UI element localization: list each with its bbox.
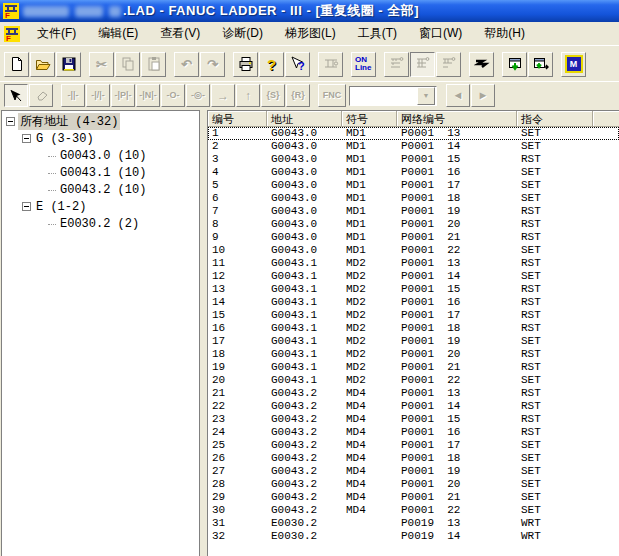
table-row[interactable]: 3G0043.0MD1P0001 15RST: [208, 153, 619, 166]
copy-button[interactable]: [115, 52, 140, 77]
collapse-toggle[interactable]: [22, 134, 31, 143]
table-row[interactable]: 5G0043.0MD1P0001 17SET: [208, 179, 619, 192]
table-row[interactable]: 21G0043.2MD4P0001 13RST: [208, 387, 619, 400]
table-row[interactable]: 25G0043.2MD4P0001 17SET: [208, 439, 619, 452]
export-net-button[interactable]: [528, 52, 553, 77]
table-row[interactable]: 16G0043.1MD2P0001 18RST: [208, 322, 619, 335]
table-row[interactable]: 4G0043.0MD1P0001 16SET: [208, 166, 619, 179]
cell-instruction: RST: [517, 153, 593, 166]
select-tool-button[interactable]: [4, 84, 28, 107]
function-combo[interactable]: ▼: [349, 86, 437, 106]
table-row[interactable]: 14G0043.1MD2P0001 16RST: [208, 296, 619, 309]
context-help-icon: ?: [290, 56, 306, 72]
collapse-net-button[interactable]: [469, 52, 494, 77]
column-header-instruction[interactable]: 指令: [517, 111, 593, 127]
menu-window[interactable]: 窗口(W): [408, 23, 473, 44]
table-row[interactable]: 10G0043.0MD1P0001 22SET: [208, 244, 619, 257]
table-row[interactable]: 23G0043.2MD4P0001 15RST: [208, 413, 619, 426]
table-row[interactable]: 2G0043.0MD1P0001 14SET: [208, 140, 619, 153]
table-row[interactable]: 7G0043.0MD1P0001 19RST: [208, 205, 619, 218]
table-row[interactable]: 17G0043.1MD2P0001 19SET: [208, 335, 619, 348]
table-row[interactable]: 22G0043.2MD4P0001 14RST: [208, 400, 619, 413]
net-view-1-button[interactable]: [384, 52, 409, 77]
prev-coil-button[interactable]: ◄: [446, 84, 470, 107]
menu-view[interactable]: 查看(V): [149, 23, 211, 44]
fnc-button[interactable]: FNC: [318, 84, 346, 107]
cut-button[interactable]: ✂: [89, 52, 114, 77]
contact-falling-button[interactable]: -|N|-: [136, 84, 160, 107]
table-row[interactable]: 13G0043.1MD2P0001 15RST: [208, 283, 619, 296]
new-file-button[interactable]: [4, 52, 29, 77]
table-row[interactable]: 12G0043.1MD2P0001 14SET: [208, 270, 619, 283]
tree-item-g0043-1[interactable]: G0043.1 (10): [48, 166, 199, 179]
collapse-toggle[interactable]: [6, 117, 15, 126]
mnemonic-button[interactable]: M: [561, 52, 586, 77]
cell-address: E0030.2: [267, 530, 342, 543]
tree-item-g-group[interactable]: G (3-30): [22, 132, 199, 145]
table-row[interactable]: 26G0043.2MD4P0001 18SET: [208, 452, 619, 465]
table-row[interactable]: 1G0043.0MD1P0001 13SET: [208, 127, 619, 140]
net-view-3-button[interactable]: [436, 52, 461, 77]
column-header-number[interactable]: 编号: [208, 111, 267, 127]
menu-tools[interactable]: 工具(T): [347, 23, 408, 44]
coil-negated-button[interactable]: -◎-: [186, 84, 210, 107]
table-row[interactable]: 8G0043.0MD1P0001 20RST: [208, 218, 619, 231]
ladder-edit-button[interactable]: [318, 52, 343, 77]
table-row[interactable]: 29G0043.2MD4P0001 21SET: [208, 491, 619, 504]
table-row[interactable]: 19G0043.1MD2P0001 21RST: [208, 361, 619, 374]
coil-button[interactable]: -O-: [161, 84, 185, 107]
contact-rising-button[interactable]: -|P|-: [111, 84, 135, 107]
table-row[interactable]: 27G0043.2MD4P0001 19SET: [208, 465, 619, 478]
table-row[interactable]: 15G0043.1MD2P0001 17RST: [208, 309, 619, 322]
menu-diagnose[interactable]: 诊断(D): [211, 23, 274, 44]
undo-button[interactable]: ↶: [174, 52, 199, 77]
save-button[interactable]: [56, 52, 81, 77]
contact-nc-button[interactable]: -|/|-: [86, 84, 110, 107]
paste-button[interactable]: [141, 52, 166, 77]
table-row[interactable]: 24G0043.2MD4P0001 16RST: [208, 426, 619, 439]
redo-button[interactable]: ↷: [200, 52, 225, 77]
table-row[interactable]: 28G0043.2MD4P0001 20SET: [208, 478, 619, 491]
table-row[interactable]: 32E0030.2P0019 14WRT: [208, 530, 619, 543]
column-header-symbol[interactable]: 符号: [342, 111, 397, 127]
eraser-button[interactable]: [29, 84, 53, 107]
context-help-button[interactable]: ?: [285, 52, 310, 77]
help-button[interactable]: ?: [259, 52, 284, 77]
column-header-address[interactable]: 地址: [267, 111, 342, 127]
table-row[interactable]: 30G0043.2MD4P0001 22SET: [208, 504, 619, 517]
menu-help[interactable]: 帮助(H): [473, 23, 536, 44]
contact-no-button[interactable]: -||-: [61, 84, 85, 107]
open-file-button[interactable]: [30, 52, 55, 77]
cell-network: P0001 17: [397, 309, 517, 322]
tree-item-e-group[interactable]: E (1-2): [22, 200, 199, 213]
online-monitor-button[interactable]: ONLine: [351, 52, 376, 77]
zigzag-icon: [474, 56, 490, 72]
table-row[interactable]: 6G0043.0MD1P0001 18SET: [208, 192, 619, 205]
tree-item-g0043-0[interactable]: G0043.0 (10): [48, 149, 199, 162]
column-header-network[interactable]: 网络编号: [397, 111, 517, 127]
print-button[interactable]: [233, 52, 258, 77]
reset-coil-button[interactable]: {R}: [286, 84, 310, 107]
set-coil-button[interactable]: {S}: [261, 84, 285, 107]
next-coil-button[interactable]: ►: [471, 84, 495, 107]
net-view-2-button[interactable]: [410, 52, 435, 77]
tree-item-e0030-2[interactable]: E0030.2 (2): [48, 217, 199, 230]
table-row[interactable]: 18G0043.1MD2P0001 20RST: [208, 348, 619, 361]
vertical-line-button[interactable]: ↑: [236, 84, 260, 107]
table-row[interactable]: 9G0043.0MD1P0001 21RST: [208, 231, 619, 244]
cell-network: P0001 15: [397, 283, 517, 296]
menu-ladder[interactable]: 梯形图(L): [274, 23, 347, 44]
import-net-button[interactable]: [502, 52, 527, 77]
chevron-down-icon[interactable]: ▼: [417, 87, 435, 105]
cell-address: G0043.2: [267, 452, 342, 465]
tree-item-g0043-2[interactable]: G0043.2 (10): [48, 183, 199, 196]
table-row[interactable]: 11G0043.1MD2P0001 13RST: [208, 257, 619, 270]
document-icon[interactable]: F: [4, 26, 20, 42]
tree-item-all-addresses[interactable]: 所有地址 (4-32): [6, 115, 199, 128]
collapse-toggle[interactable]: [22, 202, 31, 211]
horizontal-line-button[interactable]: →: [211, 84, 235, 107]
table-row[interactable]: 31E0030.2P0019 13WRT: [208, 517, 619, 530]
table-row[interactable]: 20G0043.1MD2P0001 22SET: [208, 374, 619, 387]
menu-edit[interactable]: 编辑(E): [87, 23, 149, 44]
menu-file[interactable]: 文件(F): [26, 23, 87, 44]
